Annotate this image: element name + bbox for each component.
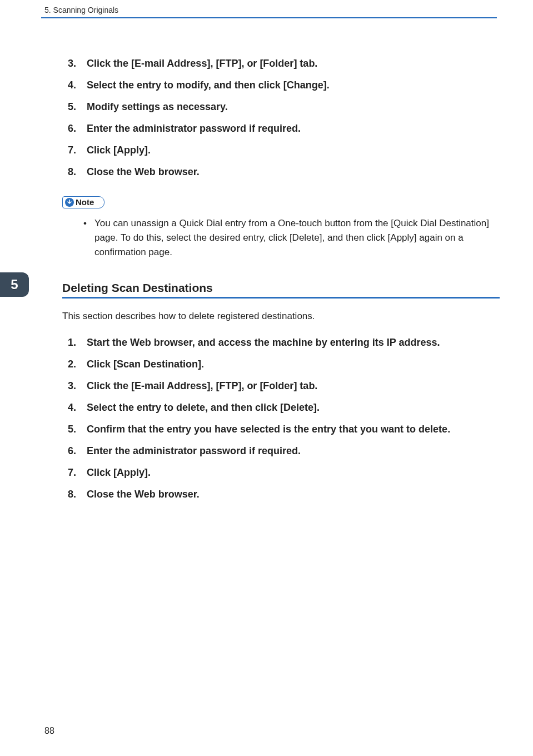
step-number: 3. [68,379,76,394]
chapter-tab: 5 [0,272,29,297]
step-item: 7. Click [Apply]. [62,465,500,480]
running-title: 5. Scanning Originals [44,6,118,14]
continuing-steps-list: 3. Click the [E-mail Address], [FTP], or… [62,56,500,180]
note-label: Note [62,196,104,208]
step-text: Click [Scan Destination]. [87,359,204,370]
step-text: Close the Web browser. [87,166,200,177]
step-item: 1. Start the Web browser, and access the… [62,335,500,350]
section-heading-rule [62,297,500,299]
step-text: Close the Web browser. [87,489,200,500]
step-number: 8. [68,165,76,180]
step-item: 5. Confirm that the entry you have selec… [62,422,500,437]
section-heading: Deleting Scan Destinations [62,281,500,297]
step-text: Select the entry to modify, and then cli… [87,79,330,91]
step-item: 2. Click [Scan Destination]. [62,357,500,372]
step-text: Enter the administrator password if requ… [87,123,301,134]
step-item: 4. Select the entry to delete, and then … [62,400,500,415]
step-number: 8. [68,487,76,502]
step-number: 6. [68,121,76,136]
running-header: 5. Scanning Originals [0,0,533,16]
step-text: Click [Apply]. [87,145,151,156]
step-item: 3. Click the [E-mail Address], [FTP], or… [62,56,500,71]
step-text: Click the [E-mail Address], [FTP], or [F… [87,380,317,391]
step-text: Start the Web browser, and access the ma… [87,337,440,348]
step-number: 4. [68,78,76,93]
step-item: 4. Select the entry to modify, and then … [62,78,500,93]
page-number: 88 [44,726,54,736]
step-number: 4. [68,400,76,415]
step-number: 3. [68,56,76,71]
step-item: 7. Click [Apply]. [62,143,500,158]
step-item: 8. Close the Web browser. [62,487,500,502]
step-item: 5. Modify settings as necessary. [62,100,500,115]
step-text: Click the [E-mail Address], [FTP], or [F… [87,58,317,69]
step-item: 8. Close the Web browser. [62,165,500,180]
step-item: 6. Enter the administrator password if r… [62,121,500,136]
step-number: 5. [68,100,76,115]
note-text: You can unassign a Quick Dial entry from… [94,218,489,258]
step-number: 7. [68,465,76,480]
step-item: 6. Enter the administrator password if r… [62,444,500,459]
step-number: 1. [68,335,76,350]
step-text: Select the entry to delete, and then cli… [87,402,320,413]
arrow-down-icon [65,198,74,207]
step-item: 3. Click the [E-mail Address], [FTP], or… [62,379,500,394]
step-number: 7. [68,143,76,158]
step-number: 6. [68,444,76,459]
delete-steps-list: 1. Start the Web browser, and access the… [62,335,500,502]
note-item: You can unassign a Quick Dial entry from… [87,216,500,260]
step-text: Modify settings as necessary. [87,101,228,112]
section-lead: This section describes how to delete reg… [62,311,500,322]
page-content: 3. Click the [E-mail Address], [FTP], or… [0,18,533,502]
chapter-number: 5 [11,277,18,292]
note-label-text: Note [76,197,94,207]
step-number: 5. [68,422,76,437]
step-text: Confirm that the entry you have selected… [87,424,450,435]
step-number: 2. [68,357,76,372]
step-text: Enter the administrator password if requ… [87,445,301,456]
step-text: Click [Apply]. [87,467,151,478]
note-bullet-list: You can unassign a Quick Dial entry from… [62,216,500,260]
